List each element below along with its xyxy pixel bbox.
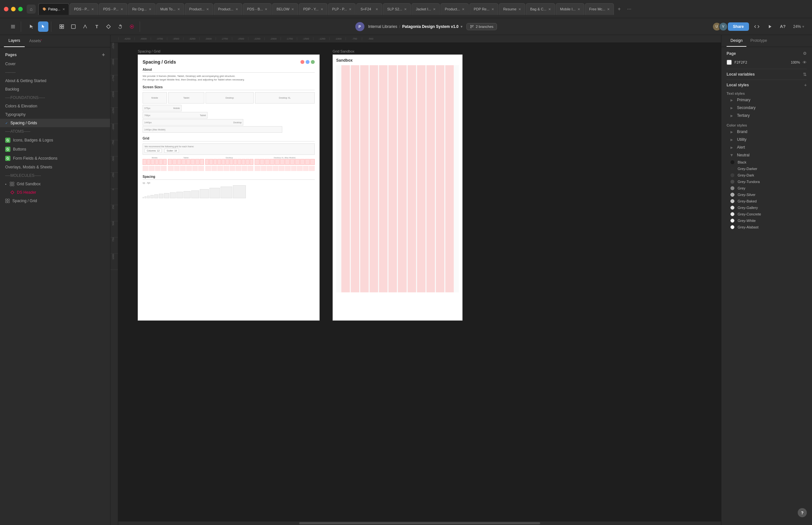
tab-close-icon[interactable]: ✕ — [462, 7, 464, 11]
grid-sandbox-frame[interactable]: Sandbox — [333, 55, 463, 320]
tab-free[interactable]: Free Mc... ✕ — [585, 3, 614, 15]
page-item-grid-sandbox[interactable]: ▪ Grid Sandbox — [0, 180, 110, 188]
page-item-about[interactable]: About & Getting Started — [0, 77, 110, 85]
tab-close-icon[interactable]: ✕ — [404, 7, 407, 11]
select-tool[interactable] — [26, 21, 37, 32]
tab-close-icon[interactable]: ✕ — [120, 7, 123, 11]
design-tab[interactable]: Design — [727, 35, 746, 47]
style-item-utility[interactable]: ▶ Utility — [721, 136, 812, 144]
tab-close-icon[interactable]: ✕ — [265, 7, 267, 11]
share-button[interactable]: Share — [728, 22, 749, 31]
canvas-area[interactable]: -4250 -4000 -3750 -3500 -3250 -3000 -275… — [111, 35, 721, 525]
fullscreen-button[interactable] — [18, 7, 23, 11]
tab-product3[interactable]: Product... ✕ — [440, 3, 469, 15]
tab-close-icon[interactable]: ✕ — [548, 7, 551, 11]
page-item-spacing[interactable]: ✓ Spacing / Grids — [0, 119, 110, 127]
color-grey[interactable]: Grey — [721, 185, 812, 192]
tab-close-icon[interactable]: ✕ — [376, 7, 378, 11]
tab-jacket[interactable]: Jacket I... ✕ — [411, 3, 440, 15]
tab-sf24[interactable]: S+F24 ✕ — [356, 3, 382, 15]
page-color-swatch[interactable] — [727, 60, 732, 65]
page-item-overlays[interactable]: Overlays, Modals & Sheets — [0, 163, 110, 171]
color-grey-white[interactable]: Grey-White — [721, 217, 812, 224]
dropdown-chevron[interactable]: ▾ — [461, 24, 463, 29]
style-item-primary[interactable]: ▶ Primary — [721, 96, 812, 104]
pen-tool[interactable] — [80, 21, 90, 32]
tab-pds-b[interactable]: PDS - B... ✕ — [243, 3, 272, 15]
color-grey-alabast[interactable]: Grey-Alabast — [721, 224, 812, 230]
home-button[interactable]: ⌂ — [27, 4, 36, 14]
tab-plp[interactable]: PLP - P... ✕ — [328, 3, 356, 15]
color-grey-silver[interactable]: Grey-Silver — [721, 192, 812, 198]
add-style-button[interactable]: + — [804, 82, 807, 88]
shape-tool[interactable] — [68, 21, 78, 32]
tab-close-icon[interactable]: ✕ — [291, 7, 294, 11]
tab-patagonia[interactable]: 🎨 Patag... ✕ — [38, 3, 69, 15]
tab-mobile[interactable]: Mobile I... ✕ — [556, 3, 584, 15]
color-black[interactable]: Black — [721, 159, 812, 165]
add-page-button[interactable]: + — [102, 52, 105, 58]
tab-close-icon[interactable]: ✕ — [578, 7, 580, 11]
tab-slp[interactable]: SLP S2... ✕ — [383, 3, 411, 15]
tab-pds1[interactable]: PDS - P... ✕ — [70, 3, 98, 15]
tab-close-icon[interactable]: ✕ — [349, 7, 351, 11]
code-view-button[interactable] — [752, 21, 762, 32]
component-tool[interactable] — [103, 21, 114, 32]
tab-close-icon[interactable]: ✕ — [607, 7, 610, 11]
color-grey-tundora[interactable]: Grey-Tundora — [721, 178, 812, 185]
color-grey-concrete[interactable]: Grey-Concrete — [721, 211, 812, 217]
style-item-alert[interactable]: ▶ Alert — [721, 144, 812, 151]
cursor-tool[interactable] — [38, 21, 48, 32]
tab-below[interactable]: BELOW ✕ — [272, 3, 298, 15]
prototype-tab[interactable]: Prototype — [746, 35, 771, 47]
play-button[interactable] — [765, 21, 775, 32]
tab-assets[interactable]: Assets• — [25, 35, 46, 47]
style-item-neutral[interactable]: ▶ Neutral — [721, 151, 812, 159]
page-item-forms[interactable]: G Form Fields & Accordions — [0, 154, 110, 163]
branches-button[interactable]: 2 branches — [466, 23, 497, 30]
page-item-ds-header[interactable]: DS Header — [0, 188, 110, 197]
new-tab-button[interactable]: + — [614, 4, 624, 14]
tab-product1[interactable]: Product... ✕ — [185, 3, 213, 15]
page-settings-icon[interactable]: ⚙ — [803, 51, 807, 56]
page-item-spacing-grid[interactable]: Spacing / Grid — [0, 197, 110, 205]
page-item-icons[interactable]: G Icons, Badges & Logos — [0, 136, 110, 145]
tab-close-icon[interactable]: ✕ — [235, 7, 238, 11]
tab-close-icon[interactable]: ✕ — [433, 7, 436, 11]
style-item-tertiary[interactable]: ▶ Tertiary — [721, 111, 812, 119]
tab-close-icon[interactable]: ✕ — [491, 7, 494, 11]
frame-tool[interactable] — [57, 21, 67, 32]
page-item-buttons[interactable]: G Buttons — [0, 145, 110, 154]
page-item-colors[interactable]: Colors & Elevation — [0, 102, 110, 110]
help-button[interactable]: ? — [798, 508, 807, 517]
hand-tool[interactable] — [115, 21, 125, 32]
style-item-brand[interactable]: ▶ Brand — [721, 128, 812, 136]
tab-close-icon[interactable]: ✕ — [149, 7, 151, 11]
tab-resume[interactable]: Resume ✕ — [499, 3, 525, 15]
tab-close-icon[interactable]: ✕ — [62, 7, 65, 11]
color-grey-baked[interactable]: Grey-Baked — [721, 198, 812, 205]
color-grey-dark[interactable]: Grey-Dark — [721, 172, 812, 178]
tab-pds2[interactable]: PDS - P... ✕ — [99, 3, 127, 15]
tab-close-icon[interactable]: ✕ — [321, 7, 323, 11]
local-variables-icon[interactable]: ⇅ — [803, 72, 807, 77]
tab-pdp[interactable]: PDP - Y... ✕ — [299, 3, 327, 15]
tab-reorg[interactable]: Re Org... ✕ — [128, 3, 156, 15]
more-tabs-button[interactable]: ··· — [624, 6, 634, 12]
tab-product2[interactable]: Product... ✕ — [214, 3, 242, 15]
page-item-typography[interactable]: Typography — [0, 110, 110, 119]
color-grey-darker[interactable]: Grey-Darker — [721, 165, 812, 172]
spacing-grid-frame[interactable]: Spacing / Grids About We provide 3 frame… — [138, 55, 320, 320]
zoom-control[interactable]: 24% ▾ — [791, 23, 807, 30]
visibility-icon[interactable]: 👁 — [802, 60, 807, 65]
tab-close-icon[interactable]: ✕ — [518, 7, 521, 11]
canvas-scrollbar[interactable] — [118, 521, 721, 525]
scrollbar-thumb[interactable] — [299, 522, 540, 524]
text-tool[interactable]: T — [91, 21, 102, 32]
page-item-cover[interactable]: Cover — [0, 60, 110, 68]
tab-close-icon[interactable]: ✕ — [177, 7, 180, 11]
menu-button[interactable] — [8, 21, 18, 32]
tab-multi[interactable]: Multi To... ✕ — [156, 3, 185, 15]
style-item-secondary[interactable]: ▶ Secondary — [721, 104, 812, 111]
page-item-backlog[interactable]: Backlog — [0, 85, 110, 93]
